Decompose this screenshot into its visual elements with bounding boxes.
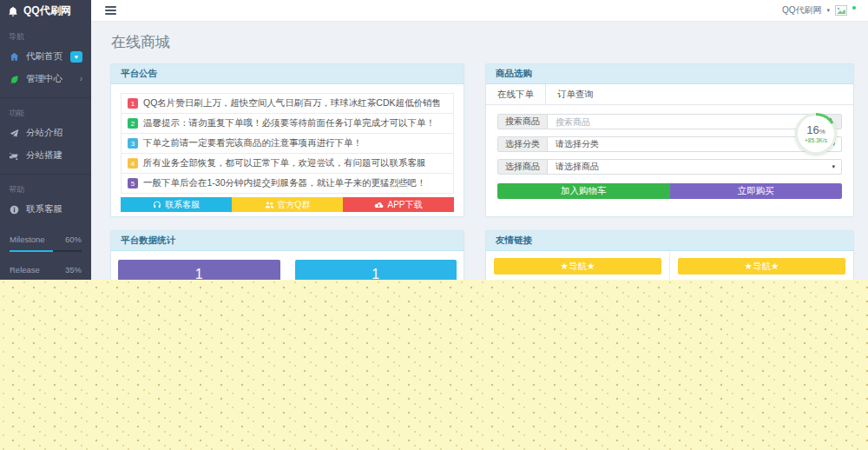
number-badge: 2 bbox=[128, 118, 138, 129]
sidebar-item-label: 管理中心 bbox=[26, 73, 62, 85]
links-panel: 友情链接 ★导航★ ★导航★ bbox=[485, 230, 854, 280]
friend-link-button[interactable]: ★导航★ bbox=[494, 258, 661, 275]
add-to-cart-button[interactable]: 加入购物车 bbox=[497, 183, 670, 199]
chevron-right-icon: › bbox=[80, 75, 82, 83]
category-label: 选择分类 bbox=[498, 137, 548, 151]
users-icon bbox=[265, 201, 274, 209]
paper-plane-icon bbox=[9, 129, 20, 138]
button-label: APP下载 bbox=[387, 199, 422, 211]
announcement-text: 温馨提示：请勿重复下单哦！必须要等待前面任务订单完成才可以下单！ bbox=[143, 117, 435, 129]
announcement-text: 所有业务全部恢复，都可以正常下单，欢迎尝试，有问题可以联系客服 bbox=[143, 157, 426, 169]
online-status-dot bbox=[852, 6, 856, 10]
nav-section-label: 功能 bbox=[0, 97, 91, 122]
broken-image-icon bbox=[835, 5, 847, 16]
announcement-text: 下单之前请一定要看完该商品的注意事项再进行下单！ bbox=[143, 137, 362, 149]
cloud-download-icon bbox=[374, 201, 384, 209]
announcement-text: QQ名片赞日刷上万，超快空间人气日刷百万，球球冰红茶CDK超低价销售 bbox=[143, 97, 441, 109]
sidebar-item-build[interactable]: 分站搭建 bbox=[0, 144, 91, 167]
progress-value: 60% bbox=[65, 235, 82, 244]
shop-tabs: 在线下单 订单查询 bbox=[486, 84, 853, 105]
product-select-group: 选择商品 请选择商品 ▾ bbox=[497, 159, 842, 175]
app-download-button[interactable]: APP下载 bbox=[343, 197, 454, 212]
panel-header: 商品选购 bbox=[486, 64, 853, 84]
official-qq-group-button[interactable]: 官方Q群 bbox=[232, 197, 343, 212]
caret-down-icon: ▾ bbox=[826, 7, 830, 14]
number-badge: 4 bbox=[128, 158, 138, 169]
panel-header: 友情链接 bbox=[486, 231, 853, 251]
caret-down-icon: ▾ bbox=[832, 163, 835, 170]
brand-logo[interactable]: QQ代刷网 bbox=[0, 0, 91, 22]
sidebar-item-service[interactable]: 联系客服 bbox=[0, 198, 91, 221]
sidebar-item-label: 代刷首页 bbox=[26, 50, 62, 63]
cart-icon bbox=[9, 151, 20, 161]
sidebar-item-label: 分站介绍 bbox=[26, 127, 62, 139]
announcement-item[interactable]: 5 一般下单后会在1-30分钟内提交到服务器，就让单子来的更猛烈些吧！ bbox=[122, 174, 453, 194]
info-circle-icon bbox=[9, 205, 20, 215]
brand-title: QQ代刷网 bbox=[23, 3, 71, 18]
heart-badge: ♥ bbox=[70, 51, 82, 63]
tab-order-query[interactable]: 订单查询 bbox=[546, 84, 605, 104]
number-badge: 3 bbox=[128, 138, 138, 149]
sidebar-item-label: 联系客服 bbox=[26, 203, 62, 215]
number-badge: 1 bbox=[128, 98, 138, 109]
nav-section-label: 帮助 bbox=[0, 174, 91, 198]
friend-link-button[interactable]: ★导航★ bbox=[678, 258, 845, 275]
progress-fill bbox=[10, 250, 53, 252]
sidebar-item-home[interactable]: 代刷首页 ♥ bbox=[0, 45, 91, 68]
sidebar-toggle-icon[interactable] bbox=[105, 6, 116, 15]
percent-sign: % bbox=[819, 128, 825, 136]
progress-milestone: Milestone 60% bbox=[10, 235, 82, 252]
main-area: QQ代刷网 ▾ 在线商城 平台公告 1 QQ名片赞日刷上万，超快空间人气 bbox=[91, 0, 868, 280]
button-label: 官方Q群 bbox=[278, 199, 311, 211]
shop-form: 搜索商品 选择分类 请选择分类 ▾ bbox=[486, 105, 853, 208]
page-load-progress-circle: 16% +85.3K/s bbox=[795, 113, 837, 155]
topbar: QQ代刷网 ▾ bbox=[91, 0, 868, 22]
announcement-item[interactable]: 3 下单之前请一定要看完该商品的注意事项再进行下单！ bbox=[122, 134, 453, 154]
sidebar-item-intro[interactable]: 分站介绍 bbox=[0, 122, 91, 144]
search-product-group: 搜索商品 bbox=[497, 114, 842, 129]
announcement-item[interactable]: 4 所有业务全部恢复，都可以正常下单，欢迎尝试，有问题可以联系客服 bbox=[122, 154, 453, 174]
progress-value: 35% bbox=[65, 265, 82, 275]
panel-header: 平台数据统计 bbox=[111, 231, 464, 251]
sidebar: QQ代刷网 导航 代刷首页 ♥ 管理中心 › 功能 分站介绍 bbox=[0, 0, 91, 280]
progress-speed: +85.3K/s bbox=[805, 137, 827, 143]
user-menu[interactable]: QQ代刷网 ▾ bbox=[782, 4, 856, 17]
stats-panel: 平台数据统计 1 1 bbox=[110, 230, 464, 280]
search-input[interactable] bbox=[556, 117, 809, 127]
product-label: 选择商品 bbox=[498, 160, 548, 174]
announcement-list: 1 QQ名片赞日刷上万，超快空间人气日刷百万，球球冰红茶CDK超低价销售 2 温… bbox=[121, 93, 454, 194]
stat-box: 1 bbox=[118, 260, 280, 280]
progress-label: Release bbox=[10, 265, 40, 275]
product-value: 请选择商品 bbox=[556, 161, 599, 173]
progress-label: Milestone bbox=[10, 235, 45, 244]
sidebar-progress-block: Milestone 60% Release 35% bbox=[0, 221, 91, 280]
user-name[interactable]: QQ代刷网 bbox=[782, 4, 822, 17]
sidebar-item-admin[interactable]: 管理中心 › bbox=[0, 68, 91, 90]
home-icon bbox=[9, 52, 20, 62]
announcement-item[interactable]: 2 温馨提示：请勿重复下单哦！必须要等待前面任务订单完成才可以下单！ bbox=[122, 114, 453, 134]
tab-online-order[interactable]: 在线下单 bbox=[486, 84, 546, 104]
progress-percent: 16 bbox=[806, 123, 819, 136]
announcement-text: 一般下单后会在1-30分钟内提交到服务器，就让单子来的更猛烈些吧！ bbox=[143, 177, 426, 189]
search-label: 搜索商品 bbox=[498, 115, 548, 129]
product-select[interactable]: 请选择商品 ▾ bbox=[548, 160, 841, 174]
category-value: 请选择分类 bbox=[556, 138, 599, 150]
sidebar-item-label: 分站搭建 bbox=[26, 149, 62, 162]
stat-box: 1 bbox=[295, 260, 457, 280]
category-select-group: 选择分类 请选择分类 ▾ bbox=[497, 136, 842, 152]
page-title: 在线商城 bbox=[111, 32, 855, 52]
bell-icon bbox=[8, 6, 18, 17]
announcement-panel: 平台公告 1 QQ名片赞日刷上万，超快空间人气日刷百万，球球冰红茶CDK超低价销… bbox=[110, 63, 464, 217]
announcement-item[interactable]: 1 QQ名片赞日刷上万，超快空间人气日刷百万，球球冰红茶CDK超低价销售 bbox=[122, 94, 453, 114]
content: 在线商城 平台公告 1 QQ名片赞日刷上万，超快空间人气日刷百万，球球冰红茶CD… bbox=[91, 22, 868, 280]
progress-track bbox=[10, 250, 82, 252]
headset-icon bbox=[153, 201, 161, 209]
contact-service-button[interactable]: 联系客服 bbox=[121, 197, 232, 212]
number-badge: 5 bbox=[128, 178, 138, 189]
nav-section-label: 导航 bbox=[0, 22, 91, 45]
buy-now-button[interactable]: 立即购买 bbox=[670, 183, 843, 199]
button-label: 联系客服 bbox=[165, 199, 200, 211]
leaf-icon bbox=[9, 75, 20, 84]
progress-release: Release 35% bbox=[10, 265, 82, 280]
panel-header: 平台公告 bbox=[111, 64, 464, 84]
